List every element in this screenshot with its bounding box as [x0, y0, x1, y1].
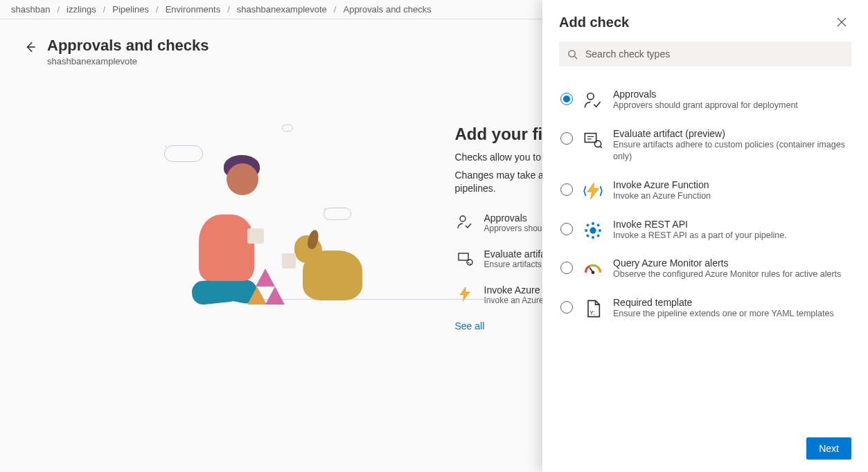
artifact-icon — [583, 129, 603, 150]
breadcrumb-item[interactable]: Pipelines — [112, 4, 149, 15]
svg-point-0 — [460, 216, 466, 221]
arrow-left-icon — [24, 41, 37, 53]
monitor-gauge-icon — [583, 259, 603, 280]
breadcrumb-sep: / — [156, 4, 159, 15]
svg-point-6 — [594, 140, 601, 147]
breadcrumb-sep: / — [103, 4, 106, 15]
page-subtitle: shashbanexamplevote — [47, 56, 209, 66]
svg-rect-5 — [585, 134, 596, 143]
breadcrumb-item[interactable]: izzlings — [67, 4, 96, 15]
check-option-evaluate-artifact[interactable]: Evaluate artifact (preview) Ensure artif… — [559, 120, 851, 171]
check-option-query-azure-monitor[interactable]: Query Azure Monitor alerts Observe the c… — [559, 249, 851, 289]
check-option-required-template[interactable]: Y: Required template Ensure the pipeline… — [559, 289, 851, 328]
svg-point-2 — [467, 260, 472, 265]
check-option-desc: Approvers should grant approval for depl… — [613, 100, 850, 111]
radio-button[interactable] — [560, 262, 573, 274]
check-option-desc: Ensure artifacts adhere to custom polici… — [613, 139, 850, 163]
radio-button[interactable] — [560, 93, 573, 105]
svg-point-3 — [568, 50, 574, 56]
add-check-panel: Add check Approvals Approvers should gra… — [542, 0, 868, 472]
page-title: Approvals and checks — [47, 36, 209, 56]
search-check-types[interactable] — [559, 42, 851, 66]
template-file-icon: Y: — [583, 298, 603, 319]
close-button[interactable] — [832, 12, 851, 32]
radio-button[interactable] — [560, 223, 573, 235]
svg-text:Y:: Y: — [590, 311, 594, 317]
breadcrumb-item[interactable]: shashbanexamplevote — [237, 4, 327, 15]
search-icon — [566, 48, 578, 60]
person-check-icon — [583, 90, 603, 111]
check-option-desc: Invoke a REST API as a part of your pipe… — [613, 230, 850, 242]
check-option-title: Query Azure Monitor alerts — [613, 257, 850, 269]
check-option-title: Invoke Azure Function — [613, 179, 850, 190]
check-option-title: Required template — [613, 297, 850, 308]
function-icon — [583, 181, 603, 201]
breadcrumb-sep: / — [227, 4, 230, 15]
check-option-invoke-azure-function[interactable]: Invoke Azure Function Invoke an Azure Fu… — [559, 171, 851, 210]
svg-point-4 — [587, 93, 594, 100]
breadcrumb-item[interactable]: Approvals and checks — [343, 4, 431, 15]
illustration — [123, 125, 414, 318]
check-type-list: Approvals Approvers should grant approva… — [542, 80, 868, 430]
check-option-approvals[interactable]: Approvals Approvers should grant approva… — [559, 80, 851, 120]
check-option-invoke-rest-api[interactable]: Invoke REST API Invoke a REST API as a p… — [559, 210, 851, 250]
close-icon — [836, 17, 847, 28]
breadcrumb-sep: / — [57, 4, 60, 15]
gear-icon — [583, 220, 603, 241]
check-option-title: Evaluate artifact (preview) — [613, 128, 850, 139]
back-button[interactable] — [21, 37, 40, 57]
breadcrumb-item[interactable]: Environments — [166, 4, 220, 15]
breadcrumb-item[interactable]: shashban — [11, 4, 50, 15]
check-option-desc: Observe the configured Azure Monitor rul… — [613, 269, 850, 280]
check-option-desc: Invoke an Azure Function — [613, 190, 850, 202]
person-check-icon — [455, 212, 475, 232]
svg-rect-1 — [459, 253, 468, 260]
check-option-title: Invoke REST API — [613, 219, 850, 230]
radio-button[interactable] — [560, 183, 573, 196]
radio-button[interactable] — [560, 301, 573, 314]
radio-button[interactable] — [560, 132, 573, 145]
check-option-desc: Ensure the pipeline extends one or more … — [613, 308, 850, 320]
breadcrumb-sep: / — [334, 4, 337, 15]
svg-point-7 — [590, 227, 596, 233]
function-icon — [455, 284, 475, 304]
check-option-title: Approvals — [613, 89, 850, 100]
artifact-icon — [455, 248, 475, 268]
panel-title: Add check — [559, 15, 629, 30]
search-input[interactable] — [584, 48, 844, 60]
next-button[interactable]: Next — [806, 437, 851, 460]
